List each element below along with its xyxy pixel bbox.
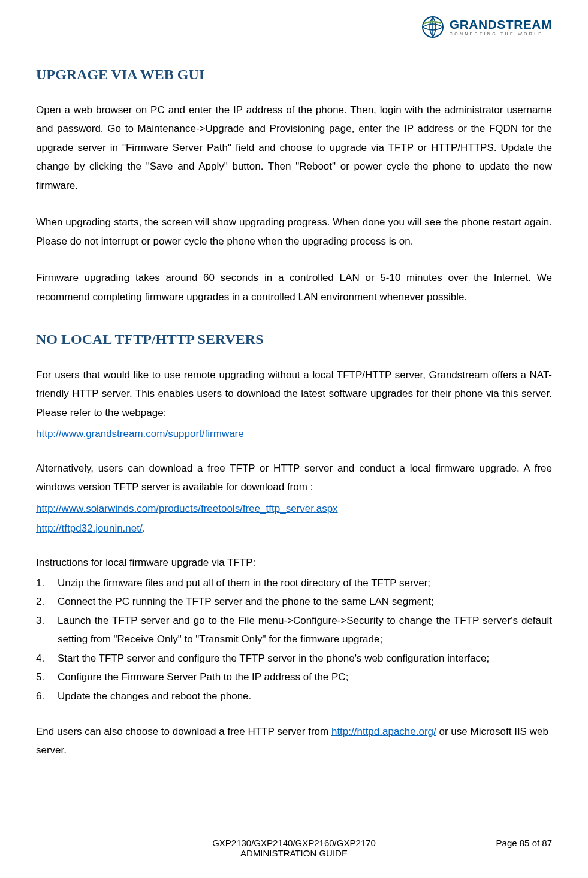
instruction-list: Unzip the firmware files and put all of … (36, 574, 552, 705)
list-item: Update the changes and reboot the phone. (36, 687, 552, 705)
paragraph: Alternatively, users can download a free… (36, 459, 552, 497)
list-intro: Instructions for local firmware upgrade … (36, 553, 552, 572)
globe-icon (421, 15, 445, 39)
header: GRANDSTREAM CONNECTING THE WORLD (36, 12, 552, 39)
solarwinds-link[interactable]: http://www.solarwinds.com/products/freet… (36, 503, 338, 514)
brand-tagline: CONNECTING THE WORLD (450, 32, 552, 36)
paragraph: For users that would like to use remote … (36, 366, 552, 422)
firmware-link[interactable]: http://www.grandstream.com/support/firmw… (36, 428, 244, 439)
list-item: Configure the Firmware Server Path to th… (36, 668, 552, 686)
brand-name: GRANDSTREAM (450, 18, 552, 31)
list-item: Start the TFTP server and configure the … (36, 649, 552, 668)
link-suffix: . (143, 523, 146, 534)
footer-center: GXP2130/GXP2140/GXP2160/GXP2170 ADMINIST… (212, 838, 376, 858)
list-item: Unzip the firmware files and put all of … (36, 574, 552, 592)
section-title-no-local: NO LOCAL TFTP/HTTP SERVERS (36, 331, 552, 348)
list-item: Launch the TFTP server and go to the Fil… (36, 611, 552, 649)
brand-logo: GRANDSTREAM CONNECTING THE WORLD (421, 15, 552, 39)
page-footer: GXP2130/GXP2140/GXP2160/GXP2170 ADMINIST… (36, 834, 552, 848)
section-title-upgrade: UPGRAGE VIA WEB GUI (36, 67, 552, 83)
paragraph: End users can also choose to download a … (36, 722, 552, 760)
apache-link[interactable]: http://httpd.apache.org/ (331, 726, 436, 737)
tftpd32-link[interactable]: http://tftpd32.jounin.net/ (36, 523, 143, 534)
page-content: UPGRAGE VIA WEB GUI Open a web browser o… (36, 57, 552, 830)
paragraph: Open a web browser on PC and enter the I… (36, 101, 552, 195)
paragraph: When upgrading starts, the screen will s… (36, 213, 552, 251)
footer-doc-subtitle: ADMINISTRATION GUIDE (212, 848, 376, 858)
list-item: Connect the PC running the TFTP server a… (36, 592, 552, 611)
end-text-pre: End users can also choose to download a … (36, 726, 331, 737)
paragraph: Firmware upgrading takes around 60 secon… (36, 268, 552, 306)
footer-page-number: Page 85 of 87 (496, 838, 552, 848)
footer-doc-title: GXP2130/GXP2140/GXP2160/GXP2170 (212, 838, 376, 848)
